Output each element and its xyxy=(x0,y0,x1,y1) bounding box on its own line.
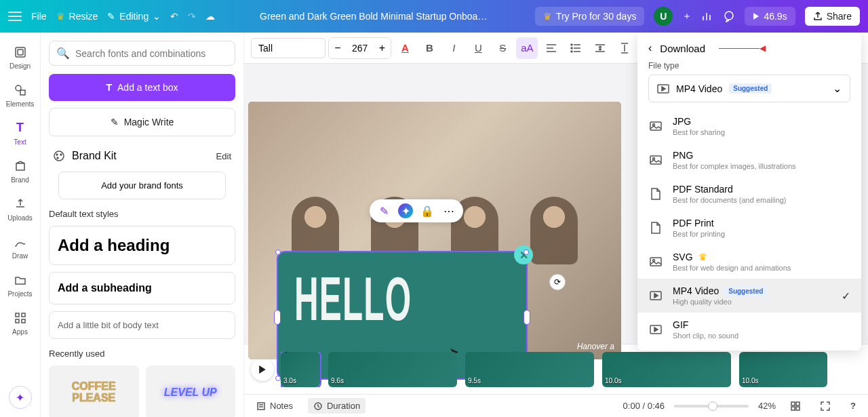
fullscreen-button[interactable] xyxy=(815,399,835,414)
file-type-option-png[interactable]: PNGBest for complex images, illustration… xyxy=(637,143,861,177)
timeline-clip-1[interactable]: 3.0s xyxy=(281,352,320,387)
ai-assistant-button[interactable]: ✦ xyxy=(9,386,32,409)
back-button[interactable]: ‹ xyxy=(648,42,652,54)
rail-uploads[interactable]: Uploads xyxy=(1,191,39,226)
hamburger-menu[interactable] xyxy=(8,12,22,21)
download-title: Download xyxy=(660,43,705,54)
resize-handle-w[interactable] xyxy=(274,310,281,325)
cloud-sync-icon[interactable]: ☁ xyxy=(205,11,215,22)
notes-button[interactable]: Notes xyxy=(251,398,298,414)
timeline-clip-3[interactable]: 9.5s xyxy=(465,352,594,387)
strikethrough-button[interactable]: S xyxy=(492,37,513,59)
file-type-option-jpg[interactable]: JPGBest for sharing xyxy=(637,109,861,143)
add-subheading-card[interactable]: Add a subheading xyxy=(49,272,235,304)
recent-style-level[interactable]: LEVEL UP xyxy=(146,365,236,417)
playhead[interactable] xyxy=(282,352,290,353)
vertical-text-button[interactable] xyxy=(614,37,635,59)
comment-button[interactable] xyxy=(723,10,735,22)
decrease-font[interactable]: − xyxy=(329,38,347,58)
zoom-slider[interactable] xyxy=(674,405,749,408)
undo-button[interactable]: ↶ xyxy=(170,11,178,22)
edit-brand-kit[interactable]: Edit xyxy=(216,151,231,161)
delete-element-button[interactable]: ✕ xyxy=(514,245,533,264)
increase-font[interactable]: + xyxy=(373,38,391,58)
svg-rect-17 xyxy=(791,402,795,405)
list-button[interactable] xyxy=(565,37,587,59)
file-type-option-svg[interactable]: SVG♛Best for web design and animations xyxy=(637,245,861,279)
projects-icon xyxy=(13,273,28,287)
option-sub: High quality video xyxy=(673,298,767,306)
font-select[interactable]: Tall xyxy=(251,38,326,58)
add-heading-card[interactable]: Add a heading xyxy=(49,226,235,265)
resize-handle-ne[interactable] xyxy=(524,250,529,255)
user-avatar[interactable]: U xyxy=(654,7,673,26)
recently-used-label: Recently used xyxy=(49,349,235,359)
add-text-box-label: Add a text box xyxy=(117,82,178,93)
rail-text[interactable]: TText xyxy=(1,115,39,151)
sync-badge[interactable]: ⟳ xyxy=(549,274,566,290)
timeline-clip-4[interactable]: 10.0s xyxy=(602,352,731,387)
play-preview-button[interactable]: 46.9s xyxy=(745,7,795,26)
add-text-box-button[interactable]: TAdd a text box xyxy=(49,74,235,101)
align-button[interactable] xyxy=(540,37,562,59)
analytics-button[interactable] xyxy=(701,10,713,22)
italic-button[interactable]: I xyxy=(443,37,465,59)
duration-button[interactable]: Duration xyxy=(308,398,366,414)
text-content[interactable]: HELLO xyxy=(294,264,412,334)
share-button[interactable]: Share xyxy=(805,7,860,26)
rail-elements[interactable]: Elements xyxy=(1,77,39,113)
grid-view-button[interactable] xyxy=(785,399,806,414)
timeline-play-button[interactable] xyxy=(251,358,274,381)
add-member-button[interactable]: ＋ xyxy=(682,10,692,22)
duration-label: Duration xyxy=(327,401,360,411)
resize-button[interactable]: ♛Resize xyxy=(56,11,98,22)
timeline-clip-2[interactable]: 9.6s xyxy=(328,352,457,387)
file-type-option-mp4-video[interactable]: MP4 VideoSuggestedHigh quality video✓ xyxy=(637,279,861,313)
add-brand-fonts-button[interactable]: Add your brand fonts xyxy=(58,172,226,199)
notes-label: Notes xyxy=(270,401,293,411)
magic-edit-icon[interactable]: ✎ xyxy=(376,203,391,218)
editing-menu[interactable]: ✎Editing⌄ xyxy=(107,11,161,22)
download-panel: ‹ Download ◀ File type MP4 Video Suggest… xyxy=(637,33,861,351)
more-icon[interactable]: ⋯ xyxy=(441,203,456,218)
timeline-clip-5[interactable]: 10.0s xyxy=(739,352,827,387)
font-size-value[interactable]: 267 xyxy=(347,43,373,54)
resize-label: Resize xyxy=(69,11,98,22)
recent-style-coffee[interactable]: COFFEE PLEASE xyxy=(49,365,139,417)
timeline-clips[interactable]: 3.0s9.6s9.5s10.0s10.0s xyxy=(281,352,827,387)
file-type-option-pdf-standard[interactable]: PDF StandardBest for documents (and emai… xyxy=(637,177,861,211)
zoom-thumb[interactable] xyxy=(708,401,717,411)
rail-draw[interactable]: Draw xyxy=(1,229,39,264)
svg-point-0 xyxy=(725,12,733,20)
file-type-select[interactable]: MP4 Video Suggested ⌄ xyxy=(648,75,850,102)
spacing-button[interactable] xyxy=(589,37,611,59)
file-type-option-gif[interactable]: GIFShort clip, no sound xyxy=(637,313,861,346)
lock-icon[interactable]: 🔒 xyxy=(420,203,435,218)
text-case-button[interactable]: aA xyxy=(516,37,538,59)
ai-icon[interactable]: ✦ xyxy=(398,203,413,218)
bold-button[interactable]: B xyxy=(418,37,440,59)
rail-projects[interactable]: Projects xyxy=(1,267,39,302)
document-title[interactable]: Green and Dark Green Bold Minimal Startu… xyxy=(260,11,490,22)
rail-brand[interactable]: Brand xyxy=(1,153,39,188)
resize-handle-sw[interactable] xyxy=(275,376,281,381)
underline-button[interactable]: U xyxy=(467,37,489,59)
try-pro-button[interactable]: ♛Try Pro for 30 days xyxy=(535,7,645,26)
text-color-button[interactable]: A xyxy=(394,37,416,59)
rail-design[interactable]: Design xyxy=(1,39,39,75)
rail-apps[interactable]: Apps xyxy=(1,305,39,340)
file-type-option-pdf-print[interactable]: PDF PrintBest for printing xyxy=(637,211,861,245)
search-input-wrap[interactable]: 🔍 xyxy=(49,41,235,66)
help-button[interactable]: ? xyxy=(845,398,861,414)
clip-duration: 9.5s xyxy=(468,377,481,384)
apps-icon xyxy=(13,311,28,325)
resize-handle-nw[interactable] xyxy=(275,250,281,255)
option-sub: Short clip, no sound xyxy=(673,332,738,340)
add-body-card[interactable]: Add a little bit of body text xyxy=(49,311,235,339)
file-menu[interactable]: File xyxy=(31,11,47,22)
magic-write-button[interactable]: ✎Magic Write xyxy=(49,108,235,136)
brand-kit-label: Brand Kit xyxy=(72,150,117,162)
redo-button[interactable]: ↷ xyxy=(188,11,196,22)
resize-handle-e[interactable] xyxy=(524,310,530,325)
search-input[interactable] xyxy=(75,48,228,59)
